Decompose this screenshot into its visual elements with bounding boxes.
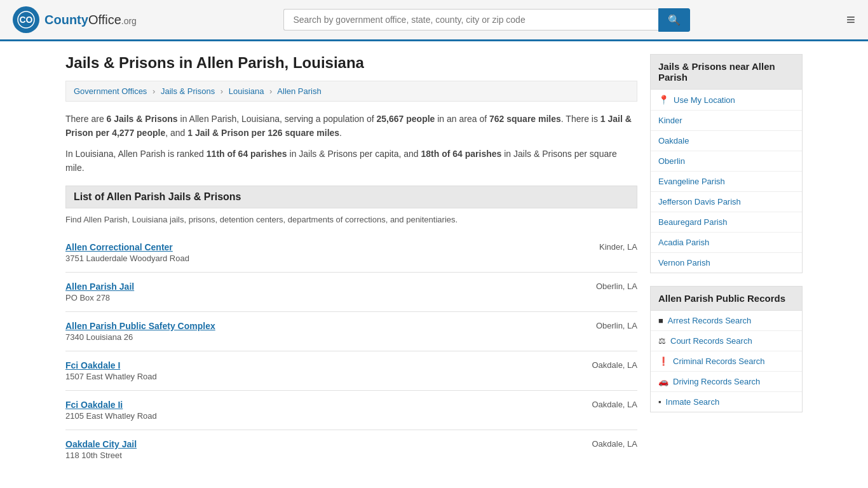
menu-icon[interactable]: ≡ <box>846 11 855 29</box>
nearby-list-item: Oberlin <box>651 151 802 172</box>
records-link[interactable]: Criminal Records Search <box>673 356 765 366</box>
records-list-item: ⚖Court Records Search <box>651 331 802 351</box>
nearby-link[interactable]: Vernon Parish <box>658 258 710 268</box>
nearby-link[interactable]: Use My Location <box>674 95 735 105</box>
nearby-list-item: 📍Use My Location <box>651 90 802 111</box>
location-icon: 📍 <box>658 95 669 105</box>
nearby-section: Jails & Prisons near Allen Parish 📍Use M… <box>650 54 803 273</box>
records-list-item: ■Arrest Records Search <box>651 311 802 331</box>
nearby-list-item: Vernon Parish <box>651 253 802 273</box>
logo-icon: CO <box>13 6 39 33</box>
records-icon-1: ⚖ <box>658 336 666 346</box>
site-header: CO CountyOffice.org 🔍 ≡ <box>0 0 868 41</box>
records-link[interactable]: Court Records Search <box>670 336 752 346</box>
jail-name[interactable]: Fci Oakdale I <box>65 360 157 370</box>
jails-list: Allen Correctional Center 3751 Lauderdal… <box>65 233 637 469</box>
jail-city: Oakdale, LA <box>567 360 637 370</box>
nearby-link[interactable]: Acadia Parish <box>658 238 709 247</box>
records-list-item: ▪Inmate Search <box>651 392 802 412</box>
jail-city: Oberlin, LA <box>567 321 637 330</box>
page-title: Jails & Prisons in Allen Parish, Louisia… <box>65 54 637 72</box>
jail-city: Oberlin, LA <box>567 281 637 291</box>
jail-list-item: Allen Correctional Center 3751 Lauderdal… <box>65 233 637 272</box>
nearby-list-item: Acadia Parish <box>651 233 802 253</box>
records-icon-4: ▪ <box>658 397 661 407</box>
search-button[interactable]: 🔍 <box>658 8 690 32</box>
desc-bold-6: 11th of 64 parishes <box>207 149 287 159</box>
records-list-item: ❗Criminal Records Search <box>651 351 802 372</box>
breadcrumb-gov-offices[interactable]: Government Offices <box>74 86 147 96</box>
description-2: In Louisiana, Allen Parish is ranked 11t… <box>65 147 637 175</box>
jail-list-item: Oakdale City Jail 118 10th Street Oakdal… <box>65 430 637 469</box>
desc-bold-1: 6 Jails & Prisons <box>107 114 178 124</box>
nearby-list: 📍Use My LocationKinderOakdaleOberlinEvan… <box>650 90 803 273</box>
logo-area: CO CountyOffice.org <box>13 6 137 33</box>
jail-name[interactable]: Allen Correctional Center <box>65 242 189 252</box>
records-link[interactable]: Driving Records Search <box>673 377 760 386</box>
jail-address: 1507 East Whatley Road <box>65 372 157 381</box>
jail-name[interactable]: Allen Parish Public Safety Complex <box>65 321 215 331</box>
search-area: 🔍 <box>283 8 690 32</box>
records-link[interactable]: Inmate Search <box>666 397 720 407</box>
nearby-list-item: Evangeline Parish <box>651 172 802 192</box>
jail-list-item: Fci Oakdale I 1507 East Whatley Road Oak… <box>65 351 637 390</box>
nearby-list-item: Kinder <box>651 111 802 131</box>
desc-bold-3: 762 square miles <box>489 114 561 124</box>
nearby-list-item: Oakdale <box>651 131 802 151</box>
jail-city: Oakdale, LA <box>567 439 637 449</box>
nearby-link[interactable]: Oakdale <box>658 136 689 146</box>
search-input[interactable] <box>283 9 658 30</box>
jail-address: 118 10th Street <box>65 451 137 460</box>
records-list: ■Arrest Records Search⚖Court Records Sea… <box>650 311 803 412</box>
jail-city: Oakdale, LA <box>567 400 637 409</box>
records-icon-0: ■ <box>658 316 663 325</box>
jail-address: PO Box 278 <box>65 293 134 302</box>
jail-city: Kinder, LA <box>567 242 637 252</box>
records-icon-2: ❗ <box>658 356 668 366</box>
jail-name[interactable]: Oakdale City Jail <box>65 439 137 449</box>
nearby-list-item: Beauregard Parish <box>651 212 802 233</box>
jail-address: 2105 East Whatley Road <box>65 411 157 421</box>
records-section: Allen Parish Public Records ■Arrest Reco… <box>650 286 803 412</box>
svg-text:CO: CO <box>20 15 33 25</box>
nearby-link[interactable]: Kinder <box>658 116 682 125</box>
records-icon-3: 🚗 <box>658 377 668 386</box>
main-content: Jails & Prisons in Allen Parish, Louisia… <box>65 54 637 469</box>
breadcrumb-jails-prisons[interactable]: Jails & Prisons <box>161 86 215 96</box>
nearby-list-item: Jefferson Davis Parish <box>651 192 802 212</box>
nearby-link[interactable]: Evangeline Parish <box>658 177 725 186</box>
list-description: Find Allen Parish, Louisiana jails, pris… <box>65 215 637 224</box>
records-list-item: 🚗Driving Records Search <box>651 372 802 392</box>
logo-text: CountyOffice.org <box>44 13 137 27</box>
records-link[interactable]: Arrest Records Search <box>668 316 752 325</box>
nearby-link[interactable]: Jefferson Davis Parish <box>658 197 741 207</box>
list-section-header: List of Allen Parish Jails & Prisons <box>65 186 637 208</box>
sidebar: Jails & Prisons near Allen Parish 📍Use M… <box>650 54 803 469</box>
breadcrumb-louisiana[interactable]: Louisiana <box>229 86 264 96</box>
jail-list-item: Allen Parish Public Safety Complex 7340 … <box>65 311 637 351</box>
jail-name[interactable]: Allen Parish Jail <box>65 281 134 292</box>
breadcrumb-allen-parish[interactable]: Allen Parish <box>277 86 321 96</box>
page-container: Jails & Prisons in Allen Parish, Louisia… <box>53 41 815 482</box>
breadcrumb: Government Offices › Jails & Prisons › L… <box>65 81 637 102</box>
desc-bold-7: 18th of 64 parishes <box>421 149 502 159</box>
description-1: There are 6 Jails & Prisons in Allen Par… <box>65 112 637 140</box>
jail-list-item: Fci Oakdale Ii 2105 East Whatley Road Oa… <box>65 390 637 430</box>
jail-list-item: Allen Parish Jail PO Box 278 Oberlin, LA <box>65 272 637 311</box>
nearby-link[interactable]: Beauregard Parish <box>658 217 727 227</box>
jail-name[interactable]: Fci Oakdale Ii <box>65 400 157 410</box>
records-title: Allen Parish Public Records <box>650 286 803 311</box>
nearby-link[interactable]: Oberlin <box>658 156 685 166</box>
jail-address: 7340 Louisiana 26 <box>65 332 215 342</box>
nearby-title: Jails & Prisons near Allen Parish <box>650 54 803 90</box>
desc-bold-2: 25,667 people <box>377 114 435 124</box>
desc-bold-5: 1 Jail & Prison per 126 square miles <box>187 128 339 138</box>
jail-address: 3751 Lauderdale Woodyard Road <box>65 254 189 263</box>
